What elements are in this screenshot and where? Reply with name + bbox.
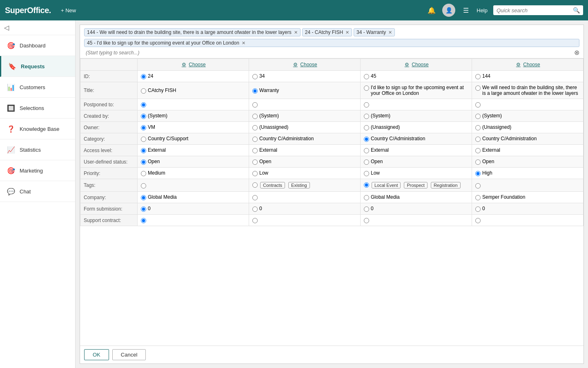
- radio-9-3[interactable]: [475, 183, 481, 188]
- sidebar-item-requests[interactable]: 🔖 Requests: [0, 56, 75, 77]
- radio-2-3[interactable]: [475, 102, 481, 108]
- table-cell: [249, 192, 361, 203]
- radio-10-1[interactable]: [252, 195, 258, 200]
- choose-button-34[interactable]: ⚙ Choose: [292, 61, 317, 68]
- choose-button-45[interactable]: ⚙ Choose: [403, 61, 428, 68]
- radio-5-1[interactable]: [252, 137, 258, 142]
- radio-2-2[interactable]: [364, 102, 369, 108]
- radio-10-2[interactable]: [364, 195, 369, 200]
- quick-search-input[interactable]: [497, 7, 570, 13]
- table-cell: Open: [472, 156, 584, 168]
- radio-1-3[interactable]: [475, 85, 481, 91]
- radio-0-1[interactable]: [252, 74, 258, 79]
- radio-7-0[interactable]: [141, 159, 146, 165]
- row-label: Priority:: [80, 168, 138, 179]
- radio-7-3[interactable]: [475, 159, 481, 165]
- table-cell: Open: [361, 156, 472, 168]
- sidebar-item-dashboard[interactable]: 🎯 Dashboard: [0, 35, 75, 56]
- col-header-34: ⚙ Choose: [249, 59, 361, 71]
- radio-5-3[interactable]: [475, 137, 481, 142]
- radio-2-0[interactable]: [141, 102, 146, 108]
- tag-remove-144[interactable]: ✕: [294, 30, 298, 35]
- table-row: Priority:MediumLowLowHigh: [80, 168, 584, 179]
- table-cell: CAtchy FISH: [138, 82, 249, 99]
- radio-3-1[interactable]: [252, 114, 258, 119]
- sidebar-item-selections[interactable]: 🔲 Selections: [0, 98, 75, 119]
- sidebar-item-label: Requests: [21, 63, 45, 70]
- help-link[interactable]: Help: [477, 7, 488, 13]
- radio-12-0[interactable]: [141, 218, 146, 223]
- menu-icon[interactable]: ☰: [461, 5, 471, 15]
- radio-6-1[interactable]: [252, 148, 258, 153]
- radio-4-3[interactable]: [475, 125, 481, 130]
- sidebar-item-label: Dashboard: [20, 43, 46, 49]
- choose-button-24[interactable]: ⚙ Choose: [180, 61, 205, 68]
- tag-search-input[interactable]: [84, 49, 572, 56]
- notifications-icon[interactable]: 🔔: [427, 5, 437, 15]
- radio-6-2[interactable]: [364, 148, 369, 153]
- tag-clear-button[interactable]: ⊗: [574, 49, 579, 56]
- radio-0-2[interactable]: [364, 74, 369, 79]
- radio-3-0[interactable]: [141, 114, 146, 119]
- tag-remove-34[interactable]: ✕: [388, 30, 392, 35]
- radio-3-2[interactable]: [364, 114, 369, 119]
- radio-2-1[interactable]: [252, 102, 258, 108]
- radio-11-3[interactable]: [475, 206, 481, 212]
- radio-0-0[interactable]: [141, 74, 146, 79]
- choose-icon-34: ⚙: [292, 61, 298, 68]
- tag-remove-45[interactable]: ✕: [242, 40, 245, 46]
- radio-11-0[interactable]: [141, 206, 146, 212]
- tag-remove-24[interactable]: ✕: [345, 30, 349, 35]
- radio-10-0[interactable]: [141, 195, 146, 200]
- radio-10-3[interactable]: [475, 195, 481, 200]
- radio-4-0[interactable]: [141, 125, 146, 130]
- radio-6-0[interactable]: [141, 148, 146, 153]
- radio-4-2[interactable]: [364, 125, 369, 130]
- radio-8-3[interactable]: [475, 171, 481, 176]
- radio-8-1[interactable]: [252, 171, 258, 176]
- sidebar-item-label: Customers: [20, 84, 45, 90]
- radio-4-1[interactable]: [252, 125, 258, 130]
- avatar[interactable]: 👤: [442, 4, 455, 17]
- radio-0-3[interactable]: [475, 74, 481, 79]
- radio-1-0[interactable]: [141, 88, 146, 94]
- radio-3-3[interactable]: [475, 114, 481, 119]
- sidebar-item-marketing[interactable]: 🎯 Marketing: [0, 160, 75, 181]
- radio-5-0[interactable]: [141, 137, 146, 142]
- radio-11-1[interactable]: [252, 206, 258, 212]
- new-button[interactable]: + New: [61, 7, 76, 13]
- radio-7-1[interactable]: [252, 159, 258, 165]
- radio-8-0[interactable]: [141, 171, 146, 176]
- radio-9-2[interactable]: [364, 182, 369, 188]
- radio-12-2[interactable]: [364, 218, 369, 223]
- radio-11-2[interactable]: [364, 206, 369, 212]
- radio-7-2[interactable]: [364, 159, 369, 165]
- tag-badge: Prospect: [404, 182, 427, 188]
- sidebar-item-chat[interactable]: 💬 Chat: [0, 181, 75, 202]
- ok-button[interactable]: OK: [84, 349, 109, 360]
- radio-1-2[interactable]: [364, 85, 369, 91]
- col-header-45: ⚙ Choose: [361, 59, 472, 71]
- sidebar-item-statistics[interactable]: 📈 Statistics: [0, 139, 75, 160]
- sidebar-collapse-btn[interactable]: ◁: [0, 20, 75, 35]
- cancel-button[interactable]: Cancel: [112, 349, 146, 360]
- sidebar-item-knowledge-base[interactable]: ❓ Knowledge Base: [0, 119, 75, 139]
- sidebar-item-customers[interactable]: 📊 Customers: [0, 77, 75, 98]
- row-label: Company:: [80, 192, 138, 203]
- table-cell: External: [472, 145, 584, 156]
- table-cell: Low: [361, 168, 472, 179]
- row-label: Access level:: [80, 145, 138, 156]
- radio-8-2[interactable]: [364, 171, 369, 176]
- table-cell: External: [138, 145, 249, 156]
- radio-6-3[interactable]: [475, 148, 481, 153]
- radio-9-0[interactable]: [141, 183, 146, 188]
- choose-button-144[interactable]: ⚙ Choose: [515, 61, 540, 68]
- radio-12-3[interactable]: [475, 218, 481, 223]
- table-row: ID:243445144: [80, 71, 584, 82]
- radio-5-2[interactable]: [364, 137, 369, 142]
- collapse-icon[interactable]: ◁: [4, 24, 9, 31]
- radio-12-1[interactable]: [252, 218, 258, 223]
- table-cell: Local EventProspectRegistration: [361, 179, 472, 192]
- radio-1-1[interactable]: [252, 88, 258, 94]
- radio-9-1[interactable]: [252, 182, 258, 188]
